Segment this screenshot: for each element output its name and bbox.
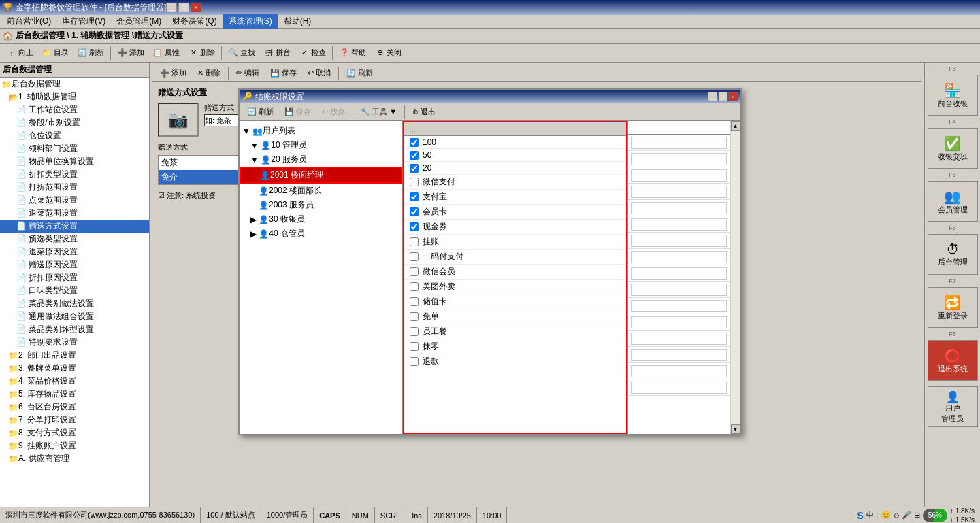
scroll-track <box>731 131 740 424</box>
check-label-storedvalue: 储值卡 <box>423 296 447 307</box>
value-item-onepay <box>628 265 730 282</box>
check-label-100: 100 <box>423 137 436 147</box>
dialog-close-btn[interactable]: × <box>728 92 738 101</box>
tree-item-admin[interactable]: ▼ 👤 10 管理员 <box>240 138 402 152</box>
check-item-alipay: 支付宝 <box>404 190 626 205</box>
check-item-membercard: 会员卡 <box>404 205 626 220</box>
tree-item-floor-manager[interactable]: 👤 2001 楼面经理 <box>240 167 402 184</box>
value-input-wechatmember[interactable] <box>631 284 727 296</box>
dialog-discard-btn[interactable]: ↩ 放弃 <box>317 105 350 119</box>
check-label-meituan: 美团外卖 <box>423 281 455 292</box>
check-label-50: 50 <box>423 150 431 160</box>
checkbox-storedvalue[interactable] <box>410 297 419 306</box>
value-item-50 <box>628 151 730 167</box>
scroll-up-btn[interactable]: ▲ <box>731 121 740 131</box>
value-item-wechatmember <box>628 282 730 298</box>
check-item-20: 20 <box>404 162 626 175</box>
value-input-refund[interactable] <box>631 382 727 394</box>
dialog-maximize-btn[interactable]: □ <box>718 92 728 101</box>
value-input-freebill[interactable] <box>631 333 727 345</box>
value-input-20[interactable] <box>631 169 727 182</box>
checkbox-round[interactable] <box>410 342 419 351</box>
tree-item-cashier[interactable]: ▶ 👤 30 收银员 <box>240 212 402 226</box>
dialog-title-buttons: _ □ × <box>708 92 738 101</box>
check-label-wechatmember: 微信会员 <box>423 266 455 277</box>
value-input-wechatpay[interactable] <box>631 186 727 198</box>
check-item-100: 100 <box>404 136 626 149</box>
value-input-round[interactable] <box>631 365 727 377</box>
dialog-body: ▼ 👥 用户列表 ▼ 👤 10 管理员 ▼ 👤 20 服务员 👤 2001 楼面… <box>240 121 740 434</box>
tree-item-warehouse[interactable]: ▶ 👤 40 仓管员 <box>240 226 402 241</box>
check-item-50: 50 <box>404 149 626 162</box>
check-item-round: 抹零 <box>404 339 626 354</box>
value-input-cashcoupon[interactable] <box>631 235 727 247</box>
checkbox-50[interactable] <box>410 151 419 160</box>
check-item-onepay: 一码付支付 <box>404 250 626 265</box>
check-label-membercard: 会员卡 <box>423 206 447 218</box>
dialog-values-panel <box>627 121 730 434</box>
check-label-onepay: 一码付支付 <box>423 251 463 263</box>
value-item-membercard <box>628 216 730 233</box>
check-item-wechatmember: 微信会员 <box>404 265 626 280</box>
checkbox-refund[interactable] <box>410 357 419 366</box>
tree-item-user-list[interactable]: ▼ 👥 用户列表 <box>240 124 402 138</box>
checkbox-credit[interactable] <box>410 237 419 246</box>
value-input-staffmeal[interactable] <box>631 349 727 361</box>
value-input-membercard[interactable] <box>631 218 727 231</box>
checkbox-20[interactable] <box>410 164 419 173</box>
check-label-freebill: 免单 <box>423 311 439 322</box>
tree-item-floor-leader[interactable]: 👤 2002 楼面部长 <box>240 184 402 198</box>
value-item-round <box>628 363 730 379</box>
value-item-100 <box>628 135 730 151</box>
checkbox-alipay[interactable] <box>410 192 419 201</box>
value-item-cashcoupon <box>628 233 730 249</box>
dialog-save-btn[interactable]: 💾 保存 <box>280 105 316 119</box>
value-item-meituan <box>628 298 730 314</box>
scrollbar-right[interactable]: ▲ ▼ <box>730 121 740 434</box>
checkbox-100[interactable] <box>410 138 419 147</box>
checkbox-wechatmember[interactable] <box>410 267 419 276</box>
dialog-sep1 <box>353 105 353 119</box>
scroll-down-btn[interactable]: ▼ <box>731 424 740 434</box>
dialog-minimize-btn[interactable]: _ <box>708 92 717 101</box>
values-top-spacer <box>628 121 730 135</box>
checkbox-staffmeal[interactable] <box>410 327 419 336</box>
value-item-refund <box>628 379 730 396</box>
check-item-storedvalue: 储值卡 <box>404 294 626 309</box>
check-item-cashcoupon: 现金券 <box>404 220 626 235</box>
tree-item-waiter[interactable]: 👤 2003 服务员 <box>240 198 402 212</box>
dialog-title-bar[interactable]: 🔑 结账权限设置 _ □ × <box>240 90 740 103</box>
checkbox-onepay[interactable] <box>410 252 419 261</box>
check-label-20: 20 <box>423 163 431 173</box>
value-input-onepay[interactable] <box>631 267 727 280</box>
checkbox-membercard[interactable] <box>410 207 419 216</box>
modal-overlay: 🔑 结账权限设置 _ □ × 🔄 刷新 💾 保存 ↩ 放弃 🔧 工具 ▼ ⊕ 退… <box>0 0 980 523</box>
checkbox-cashcoupon[interactable] <box>410 222 419 231</box>
dialog-sep2 <box>404 105 405 119</box>
check-item-freebill: 免单 <box>404 309 626 324</box>
check-item-staffmeal: 员工餐 <box>404 324 626 339</box>
value-input-storedvalue[interactable] <box>631 316 727 328</box>
value-input-alipay[interactable] <box>631 202 727 214</box>
checkbox-meituan[interactable] <box>410 282 419 291</box>
check-item-refund: 退款 <box>404 354 626 369</box>
checkbox-freebill[interactable] <box>410 312 419 321</box>
check-label-refund: 退款 <box>423 356 439 367</box>
dialog-exit-btn[interactable]: ⊕ 退出 <box>408 105 440 119</box>
check-item-wechatpay: 微信支付 <box>404 175 626 190</box>
value-input-50[interactable] <box>631 153 727 165</box>
value-input-100[interactable] <box>631 137 727 149</box>
value-input-meituan[interactable] <box>631 300 727 312</box>
dialog-toolbar: 🔄 刷新 💾 保存 ↩ 放弃 🔧 工具 ▼ ⊕ 退出 <box>240 103 740 121</box>
tree-item-service[interactable]: ▼ 👤 20 服务员 <box>240 152 402 167</box>
dialog-refresh-btn[interactable]: 🔄 刷新 <box>242 105 278 119</box>
value-input-credit[interactable] <box>631 251 727 263</box>
check-item-meituan: 美团外卖 <box>404 280 626 294</box>
dialog-tools-btn[interactable]: 🔧 工具 ▼ <box>356 105 402 119</box>
checklist-top-hidden: ... <box>404 122 626 136</box>
dialog-title-text: 结账权限设置 <box>255 91 708 103</box>
check-label-round: 抹零 <box>423 341 439 352</box>
value-item-staffmeal <box>628 347 730 363</box>
value-item-alipay <box>628 200 730 216</box>
checkbox-wechatpay[interactable] <box>410 178 419 186</box>
